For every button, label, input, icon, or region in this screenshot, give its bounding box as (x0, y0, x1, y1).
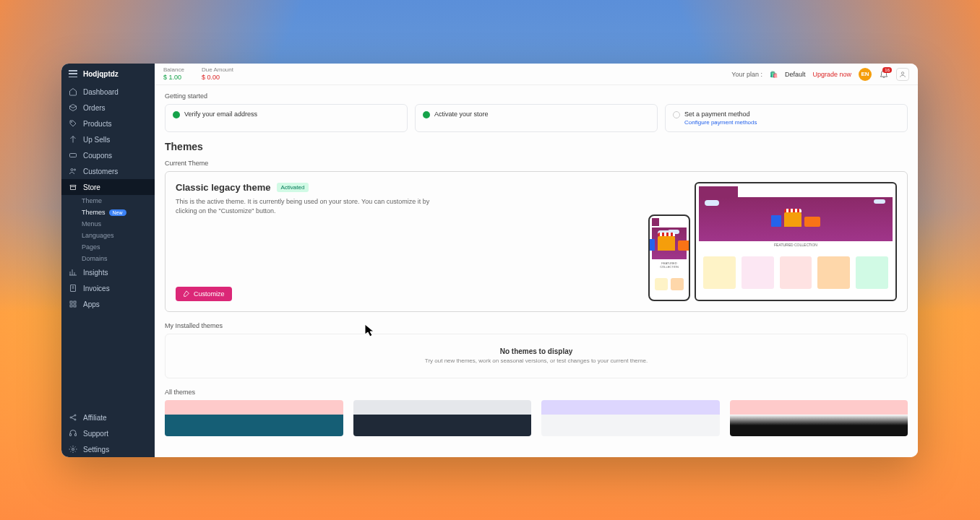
upgrade-link[interactable]: Upgrade now (812, 71, 851, 78)
sidebar-header: Hodjqptdz (61, 64, 155, 84)
sub-item-themes[interactable]: ThemesNew (82, 207, 155, 218)
balance-value: $ 1.00 (163, 74, 184, 82)
sidebar-item-label: Dashboard (83, 88, 119, 96)
sidebar: Hodjqptdz Dashboard Orders Products Up S… (61, 64, 155, 457)
theme-thumb[interactable] (730, 400, 908, 436)
sidebar-item-coupons[interactable]: Coupons (61, 147, 155, 163)
gs-title: Verify your email address (184, 110, 257, 118)
sub-item-theme[interactable]: Theme (82, 195, 155, 207)
sidebar-item-label: Products (83, 120, 111, 128)
brand-name: Hodjqptdz (83, 70, 119, 78)
new-badge: New (109, 209, 126, 216)
sidebar-item-affiliate[interactable]: Affiliate (61, 410, 155, 425)
svg-point-9 (70, 417, 72, 418)
content-scroll[interactable]: Getting started Verify your email addres… (155, 85, 918, 457)
sub-item-languages[interactable]: Languages (82, 230, 155, 241)
page-title: Themes (165, 141, 908, 152)
gs-card-verify[interactable]: Verify your email address (165, 104, 408, 132)
topbar: Balance $ 1.00 Due Amount $ 0.00 Your pl… (155, 64, 918, 85)
sidebar-item-store[interactable]: Store (61, 179, 155, 195)
current-theme-card: Classic legacy theme Activated This is t… (165, 171, 908, 312)
sidebar-item-label: Support (83, 430, 108, 438)
theme-description: This is the active theme. It is currentl… (176, 197, 436, 215)
sidebar-item-apps[interactable]: Apps (61, 296, 155, 312)
app-window: Hodjqptdz Dashboard Orders Products Up S… (61, 64, 918, 457)
gear-icon (69, 445, 77, 454)
check-done-icon (423, 111, 430, 118)
sidebar-item-label: Apps (83, 300, 100, 308)
users-icon (69, 167, 77, 176)
sub-item-pages[interactable]: Pages (82, 241, 155, 253)
sidebar-item-label: Invoices (83, 285, 110, 292)
sidebar-item-label: Coupons (83, 152, 112, 160)
ticket-icon (69, 151, 77, 160)
gs-card-payment[interactable]: Set a payment method Configure payment m… (665, 104, 908, 132)
tag-icon (69, 119, 77, 128)
mobile-preview: FEATURED COLLECTION (648, 214, 690, 301)
grid-icon (69, 300, 77, 308)
balance-label: Balance (163, 66, 184, 74)
svg-rect-5 (70, 301, 72, 303)
sidebar-item-label: Settings (83, 446, 109, 454)
theme-thumb[interactable] (165, 400, 343, 436)
sidebar-item-label: Insights (83, 269, 108, 277)
due-block: Due Amount $ 0.00 (202, 66, 233, 81)
featured-label: FEATURED COLLECTION (699, 241, 893, 248)
sidebar-item-products[interactable]: Products (61, 116, 155, 131)
theme-thumb[interactable] (541, 400, 720, 436)
gs-title: Activate your store (434, 110, 489, 118)
sidebar-item-support[interactable]: Support (61, 425, 155, 441)
store-icon (69, 183, 77, 191)
activated-badge: Activated (277, 183, 309, 192)
sidebar-item-dashboard[interactable]: Dashboard (61, 84, 155, 100)
svg-rect-13 (75, 434, 77, 436)
svg-rect-8 (74, 305, 76, 307)
home-icon (69, 87, 77, 96)
plan-name: Default (785, 71, 806, 78)
plan-icon: 🛍️ (770, 71, 778, 78)
svg-point-14 (72, 448, 74, 451)
check-done-icon (173, 111, 180, 118)
upsell-icon (69, 135, 77, 144)
avatar[interactable]: EN (859, 68, 872, 81)
all-themes-label: All themes (165, 389, 908, 396)
svg-point-10 (74, 415, 76, 416)
sidebar-item-label: Affiliate (83, 414, 107, 422)
headset-icon (69, 429, 77, 438)
share-icon (69, 413, 77, 422)
brush-icon (183, 290, 190, 298)
svg-rect-6 (74, 301, 76, 303)
sidebar-item-insights[interactable]: Insights (61, 264, 155, 280)
sidebar-item-customers[interactable]: Customers (61, 163, 155, 179)
sidebar-item-label: Orders (83, 104, 106, 112)
customize-button[interactable]: Customize (176, 287, 232, 301)
theme-preview: FEATURED COLLECTION FEATURED COLLECTION (648, 182, 897, 301)
gs-card-activate[interactable]: Activate your store (415, 104, 658, 132)
current-theme-label: Current Theme (165, 160, 908, 167)
user-icon (899, 71, 906, 78)
sidebar-item-settings[interactable]: Settings (61, 441, 155, 457)
notifications-button[interactable]: 16 (879, 69, 889, 80)
check-pending-icon (673, 111, 680, 118)
empty-title: No themes to display (179, 347, 894, 355)
theme-thumb[interactable] (353, 400, 532, 436)
notifications-count: 16 (882, 67, 892, 73)
sidebar-item-orders[interactable]: Orders (61, 100, 155, 116)
menu-toggle-icon[interactable] (69, 70, 77, 77)
sidebar-item-label: Store (83, 183, 100, 191)
user-menu-button[interactable] (896, 68, 909, 81)
empty-subtitle: Try out new themes, work on seasonal ver… (179, 358, 894, 365)
sidebar-item-upsells[interactable]: Up Sells (61, 131, 155, 147)
sub-item-menus[interactable]: Menus (82, 218, 155, 230)
gs-link[interactable]: Configure payment methods (684, 119, 757, 126)
sidebar-item-invoices[interactable]: Invoices (61, 280, 155, 296)
due-value: $ 0.00 (202, 74, 233, 82)
svg-rect-7 (70, 305, 72, 307)
main-area: Balance $ 1.00 Due Amount $ 0.00 Your pl… (155, 64, 918, 457)
all-themes-row (165, 400, 908, 436)
svg-rect-1 (70, 154, 77, 157)
due-label: Due Amount (202, 66, 233, 74)
getting-started-row: Verify your email address Activate your … (165, 104, 908, 132)
cube-icon (69, 103, 77, 112)
sub-item-domains[interactable]: Domains (82, 253, 155, 264)
